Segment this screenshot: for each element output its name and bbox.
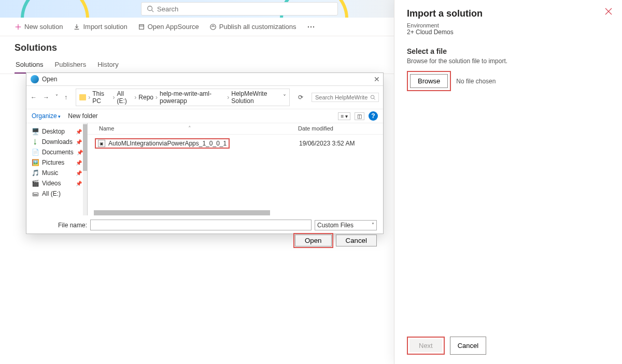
open-appsource-button[interactable]: Open AppSource: [134, 21, 203, 33]
svg-point-9: [313, 26, 314, 27]
nav-up-icon[interactable]: ↑: [64, 94, 67, 101]
global-search[interactable]: [141, 2, 338, 16]
browse-highlight: Browse: [407, 71, 451, 91]
next-button[interactable]: Next: [409, 339, 442, 352]
chevron-down-icon[interactable]: ˅: [283, 94, 286, 101]
sidebar-item-documents[interactable]: 📄Documents📌: [26, 147, 87, 157]
file-date: 19/06/2023 3:52 AM: [299, 140, 355, 147]
archive-icon: ▣: [98, 140, 105, 147]
publish-all-button[interactable]: Publish all customizations: [205, 21, 301, 33]
svg-point-8: [310, 26, 311, 27]
close-icon[interactable]: ✕: [374, 75, 380, 83]
file-filter-select[interactable]: Custom Files˅: [315, 220, 377, 230]
dialog-sidebar: 🖥️Desktop📌 ⭣Downloads📌 📄Documents📌 🖼️Pic…: [26, 123, 88, 215]
nav-buttons: ← → ˅ ↑: [31, 94, 67, 101]
environment-value: 2+ Cloud Demos: [407, 28, 610, 36]
sidebar-item-videos[interactable]: 🎬Videos📌: [26, 178, 87, 188]
import-icon: [73, 23, 80, 31]
section-title: Select a file: [407, 47, 610, 55]
refresh-icon[interactable]: ⟳: [296, 94, 305, 101]
crumb[interactable]: Repo: [138, 94, 153, 101]
sidebar-scrollbar[interactable]: [83, 123, 87, 215]
file-name: AutoMLIntegrationviaPowerApps_1_0_0_1: [108, 140, 227, 147]
next-highlight: Next: [407, 337, 445, 355]
publish-all-label: Publish all customizations: [219, 23, 296, 31]
preview-pane-button[interactable]: ◫: [355, 112, 364, 120]
horizontal-scrollbar[interactable]: [94, 210, 270, 215]
import-solution-button[interactable]: Import solution: [69, 21, 131, 33]
breadcrumb[interactable]: › This PC› All (E:)› Repo› help-me-write…: [76, 89, 290, 106]
sidebar-item-downloads[interactable]: ⭣Downloads📌: [26, 137, 87, 147]
file-list-header: Name ˄ Date modified: [88, 123, 383, 135]
new-folder-button[interactable]: New folder: [68, 112, 97, 120]
pictures-icon: 🖼️: [32, 159, 39, 166]
sidebar-item-music[interactable]: 🎵Music📌: [26, 168, 87, 178]
cancel-button[interactable]: Cancel: [450, 337, 486, 355]
column-date[interactable]: Date modified: [298, 125, 376, 132]
organize-button[interactable]: Organize: [32, 112, 61, 120]
svg-point-0: [148, 6, 152, 11]
ellipsis-icon: [307, 23, 315, 31]
new-solution-label: New solution: [24, 23, 63, 31]
pin-icon: 📌: [76, 129, 82, 135]
dialog-nav: ← → ˅ ↑ › This PC› All (E:)› Repo› help-…: [26, 86, 383, 109]
table-row[interactable]: ▣ AutoMLIntegrationviaPowerApps_1_0_0_1 …: [88, 137, 383, 150]
tab-solutions[interactable]: Solutions: [15, 57, 44, 74]
svg-point-6: [210, 24, 216, 30]
app-icon: [31, 75, 39, 83]
nav-recent-icon[interactable]: ˅: [55, 94, 58, 101]
documents-icon: 📄: [32, 149, 39, 156]
pin-icon: 📌: [76, 139, 82, 145]
section-description: Browse for the solution file to import.: [407, 57, 610, 65]
plus-icon: [15, 23, 22, 31]
dialog-search[interactable]: [312, 93, 379, 102]
filename-input[interactable]: [90, 220, 312, 230]
panel-header: Import a solution Environment 2+ Cloud D…: [394, 0, 622, 40]
close-icon[interactable]: [604, 7, 613, 17]
select-file-section: Select a file Browse for the solution fi…: [394, 40, 622, 91]
pin-icon: 📌: [76, 181, 82, 186]
sidebar-item-all-e[interactable]: 🖴All (E:): [26, 188, 87, 199]
svg-point-10: [371, 95, 374, 99]
column-name[interactable]: Name ˄: [95, 125, 298, 132]
open-button[interactable]: Open: [295, 235, 332, 246]
dialog-titlebar[interactable]: Open ✕: [26, 73, 383, 86]
crumb[interactable]: help-me-write-aml-powerapp: [160, 90, 225, 105]
crumb[interactable]: All (E:): [117, 90, 133, 105]
help-icon[interactable]: ?: [369, 111, 378, 121]
no-file-chosen-label: No file chosen: [456, 78, 496, 85]
sidebar-item-pictures[interactable]: 🖼️Pictures📌: [26, 157, 87, 168]
dialog-footer: File name: Custom Files˅ Open Cancel: [26, 215, 383, 251]
view-mode-button[interactable]: ≡ ▾: [338, 112, 350, 120]
filename-label: File name:: [33, 222, 87, 229]
music-icon: 🎵: [32, 169, 39, 177]
crumb[interactable]: HelpMeWrite Solution: [231, 90, 281, 105]
crumb[interactable]: This PC: [92, 90, 110, 105]
nav-forward-icon[interactable]: →: [43, 94, 49, 101]
browse-button[interactable]: Browse: [410, 74, 448, 88]
file-open-dialog: Open ✕ ← → ˅ ↑ › This PC› All (E:)› Repo…: [26, 72, 384, 234]
sidebar-item-desktop[interactable]: 🖥️Desktop📌: [26, 126, 87, 137]
nav-back-icon[interactable]: ←: [31, 94, 37, 101]
tab-publishers[interactable]: Publishers: [53, 57, 87, 74]
svg-point-7: [307, 26, 308, 27]
videos-icon: 🎬: [32, 180, 39, 187]
cancel-button[interactable]: Cancel: [336, 235, 377, 246]
drive-icon: 🖴: [32, 190, 39, 197]
download-icon: ⭣: [32, 138, 39, 145]
tab-history[interactable]: History: [96, 57, 119, 74]
panel-footer: Next Cancel: [394, 329, 622, 364]
environment-label: Environment: [407, 22, 610, 28]
pin-icon: 📌: [76, 170, 82, 176]
open-appsource-label: Open AppSource: [148, 23, 199, 31]
desktop-icon: 🖥️: [32, 128, 39, 135]
dialog-search-input[interactable]: [315, 94, 368, 100]
dialog-body: 🖥️Desktop📌 ⭣Downloads📌 📄Documents📌 🖼️Pic…: [26, 123, 383, 215]
search-input[interactable]: [157, 5, 332, 13]
sort-asc-icon: ˄: [188, 125, 191, 132]
rainbow-deco: [21, 0, 83, 18]
new-solution-button[interactable]: New solution: [10, 21, 67, 33]
import-solution-label: Import solution: [83, 23, 127, 31]
svg-line-11: [374, 98, 375, 100]
more-commands-button[interactable]: [303, 21, 319, 33]
